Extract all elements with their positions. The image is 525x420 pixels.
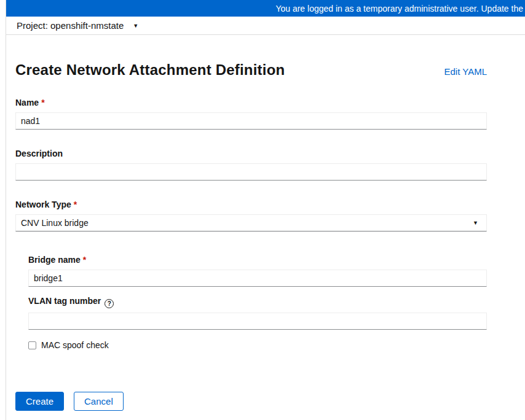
mac-spoof-field-group: MAC spoof check <box>28 340 487 350</box>
project-bar: Project: openshift-nmstate ▼ <box>6 17 525 35</box>
project-selector[interactable]: Project: openshift-nmstate ▼ <box>17 20 138 31</box>
vlan-label: VLAN tag number? <box>28 296 487 308</box>
cancel-button[interactable]: Cancel <box>74 392 124 411</box>
main-content: Create Network Attachment Definition Edi… <box>6 61 525 411</box>
vlan-label-text: VLAN tag number <box>28 296 101 306</box>
required-asterisk: * <box>41 98 44 107</box>
required-asterisk: * <box>74 200 77 209</box>
question-circle-icon[interactable]: ? <box>105 299 114 308</box>
create-button[interactable]: Create <box>15 392 64 411</box>
edit-yaml-link[interactable]: Edit YAML <box>444 66 487 77</box>
description-input[interactable] <box>15 163 487 181</box>
description-label: Description <box>15 149 487 159</box>
caret-down-icon: ▼ <box>473 220 478 226</box>
create-nad-form: Name* Description Network Type* CNV Linu… <box>15 98 487 350</box>
bridge-name-input[interactable] <box>28 270 487 287</box>
description-field-group: Description <box>15 149 487 181</box>
bridge-settings-group: Bridge name* VLAN tag number? MAC spoof … <box>28 255 487 350</box>
network-type-label: Network Type* <box>15 200 487 210</box>
description-label-text: Description <box>15 149 63 158</box>
mac-spoof-label[interactable]: MAC spoof check <box>41 340 109 350</box>
bridge-name-field-group: Bridge name* <box>28 255 487 287</box>
name-label-text: Name <box>15 98 39 107</box>
mac-spoof-checkbox[interactable] <box>28 341 36 349</box>
network-type-selected-value: CNV Linux bridge <box>21 218 89 228</box>
network-type-field-group: Network Type* CNV Linux bridge ▼ <box>15 200 487 231</box>
vlan-field-group: VLAN tag number? <box>28 296 487 330</box>
network-type-select[interactable]: CNV Linux bridge ▼ <box>15 214 487 231</box>
page-title: Create Network Attachment Definition <box>15 61 285 79</box>
name-label: Name* <box>15 98 487 108</box>
caret-down-icon: ▼ <box>133 23 138 29</box>
vlan-input[interactable] <box>28 313 487 330</box>
form-actions: Create Cancel <box>15 392 487 411</box>
name-input[interactable] <box>15 112 487 130</box>
name-field-group: Name* <box>15 98 487 130</box>
bridge-name-label: Bridge name* <box>28 255 487 265</box>
project-selector-label: Project: openshift-nmstate <box>17 20 124 31</box>
bridge-name-label-text: Bridge name <box>28 255 81 265</box>
temporary-user-banner: You are logged in as a temporary adminis… <box>6 0 525 17</box>
network-type-label-text: Network Type <box>15 200 71 209</box>
page: You are logged in as a temporary adminis… <box>6 0 525 420</box>
banner-text: You are logged in as a temporary adminis… <box>275 4 523 14</box>
required-asterisk: * <box>83 255 86 265</box>
title-row: Create Network Attachment Definition Edi… <box>15 61 487 79</box>
